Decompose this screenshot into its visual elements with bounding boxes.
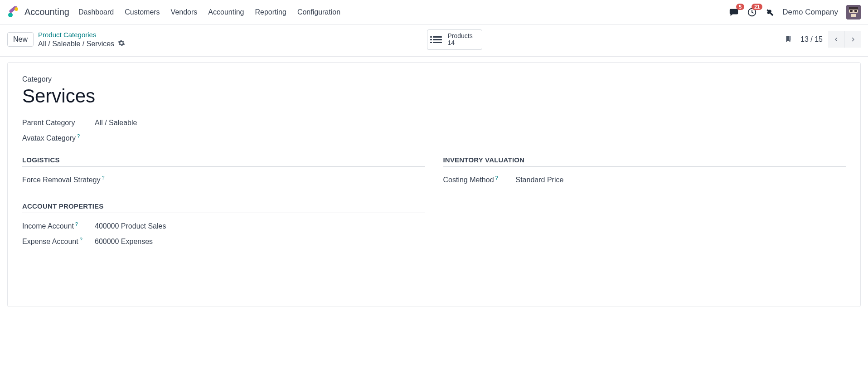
bookmark-icon — [784, 34, 792, 44]
company-switcher[interactable]: Demo Company — [782, 8, 838, 17]
app-name[interactable]: Accounting — [24, 7, 69, 17]
cp-right: 13 / 15 — [784, 31, 861, 48]
top-nav: Accounting Dashboard Customers Vendors A… — [0, 0, 868, 24]
avatax-category-label-text: Avatax Category — [22, 134, 76, 142]
income-account-row: Income Account? 400000 Product Sales — [22, 222, 425, 230]
income-account-value[interactable]: 400000 Product Sales — [95, 222, 166, 230]
income-account-label-text: Income Account — [22, 222, 74, 230]
stat-value: 14 — [447, 39, 472, 46]
avatax-help-icon[interactable]: ? — [77, 133, 80, 139]
messages-badge: 5 — [736, 4, 744, 10]
form-sheet: Category Services Parent Category All / … — [7, 62, 861, 307]
gear-icon — [118, 39, 125, 47]
pager-sep: / — [809, 35, 815, 43]
svg-rect-6 — [850, 10, 853, 12]
menu-dashboard[interactable]: Dashboard — [78, 8, 114, 16]
removal-strategy-row: Force Removal Strategy? — [22, 176, 425, 184]
chevron-left-icon — [834, 36, 839, 43]
activities-badge: 21 — [752, 4, 762, 10]
control-panel: New Product Categories All / Saleable / … — [0, 24, 868, 57]
menu-configuration[interactable]: Configuration — [297, 8, 340, 16]
pager-current: 13 — [800, 35, 809, 43]
breadcrumb-link[interactable]: Product Categories — [38, 31, 125, 39]
bookmark-button[interactable] — [784, 34, 792, 45]
messages-button[interactable]: 5 — [729, 7, 739, 17]
logo-icon — [7, 6, 19, 18]
parent-category-row: Parent Category All / Saleable — [22, 119, 846, 127]
removal-strategy-label-text: Force Removal Strategy — [22, 176, 101, 184]
debug-button[interactable] — [765, 8, 774, 17]
costing-method-label: Costing Method? — [443, 176, 516, 184]
sheet-wrapper: Category Services Parent Category All / … — [0, 57, 868, 312]
form-columns: LOGISTICS Force Removal Strategy? ACCOUN… — [22, 156, 846, 253]
breadcrumbs: Product Categories All / Saleable / Serv… — [38, 31, 125, 49]
parent-category-value[interactable]: All / Saleable — [95, 119, 137, 127]
record-actions-button[interactable] — [118, 39, 125, 49]
parent-category-label: Parent Category — [22, 119, 95, 127]
products-stat-button[interactable]: Products 14 — [427, 29, 482, 50]
income-account-label: Income Account? — [22, 222, 95, 230]
costing-method-label-text: Costing Method — [443, 176, 494, 184]
svg-rect-8 — [849, 7, 858, 10]
category-label: Category — [22, 75, 846, 83]
menu-reporting[interactable]: Reporting — [255, 8, 286, 16]
pager-arrows — [828, 31, 861, 48]
inventory-valuation-section-title: INVENTORY VALUATION — [443, 156, 846, 167]
chevron-right-icon — [850, 36, 856, 43]
avatax-category-row: Avatax Category? — [22, 134, 846, 142]
svg-point-0 — [8, 13, 13, 17]
pager-total: 15 — [815, 35, 823, 43]
svg-rect-9 — [851, 14, 856, 17]
cp-left: New Product Categories All / Saleable / … — [7, 31, 125, 49]
menu-customers[interactable]: Customers — [125, 8, 160, 16]
account-properties-section-title: ACCOUNT PROPERTIES — [22, 202, 425, 213]
main-menu: Dashboard Customers Vendors Accounting R… — [78, 8, 729, 16]
expense-account-value[interactable]: 600000 Expenses — [95, 238, 153, 246]
stat-label: Products — [447, 33, 472, 39]
costing-method-value[interactable]: Standard Price — [516, 176, 564, 184]
top-nav-right: 5 21 Demo Company — [729, 5, 861, 19]
pager-prev-button[interactable] — [828, 31, 844, 48]
expense-account-label-text: Expense Account — [22, 238, 78, 245]
avatax-category-label: Avatax Category? — [22, 134, 95, 142]
pager-text[interactable]: 13 / 15 — [800, 35, 823, 44]
left-column: LOGISTICS Force Removal Strategy? ACCOUN… — [22, 156, 425, 253]
expense-account-row: Expense Account? 600000 Expenses — [22, 238, 425, 246]
right-column: INVENTORY VALUATION Costing Method? Stan… — [443, 156, 846, 253]
stat-text: Products 14 — [447, 33, 472, 47]
income-help-icon[interactable]: ? — [75, 221, 78, 227]
removal-strategy-label: Force Removal Strategy? — [22, 176, 113, 184]
breadcrumb-path-text: All / Saleable / Services — [38, 40, 114, 48]
category-name[interactable]: Services — [22, 85, 846, 107]
pager-next-button[interactable] — [844, 31, 861, 48]
app-logo[interactable] — [7, 6, 19, 18]
expense-account-label: Expense Account? — [22, 238, 95, 246]
user-avatar[interactable] — [846, 5, 861, 19]
avatar-icon — [846, 5, 861, 19]
breadcrumb-current: All / Saleable / Services — [38, 39, 125, 49]
pager: 13 / 15 — [800, 31, 861, 48]
list-icon — [433, 36, 442, 43]
svg-rect-7 — [854, 10, 857, 12]
menu-vendors[interactable]: Vendors — [171, 8, 198, 16]
expense-help-icon[interactable]: ? — [80, 237, 82, 242]
costing-method-row: Costing Method? Standard Price — [443, 176, 846, 184]
activities-button[interactable]: 21 — [747, 7, 757, 17]
svg-point-2 — [15, 7, 18, 11]
costing-help-icon[interactable]: ? — [495, 175, 498, 180]
cp-center: Products 14 — [125, 29, 784, 50]
tools-icon — [765, 8, 774, 17]
parent-category-label-text: Parent Category — [22, 119, 75, 127]
removal-help-icon[interactable]: ? — [102, 175, 105, 180]
menu-accounting[interactable]: Accounting — [208, 8, 244, 16]
new-button[interactable]: New — [7, 32, 34, 47]
logistics-section-title: LOGISTICS — [22, 156, 425, 167]
